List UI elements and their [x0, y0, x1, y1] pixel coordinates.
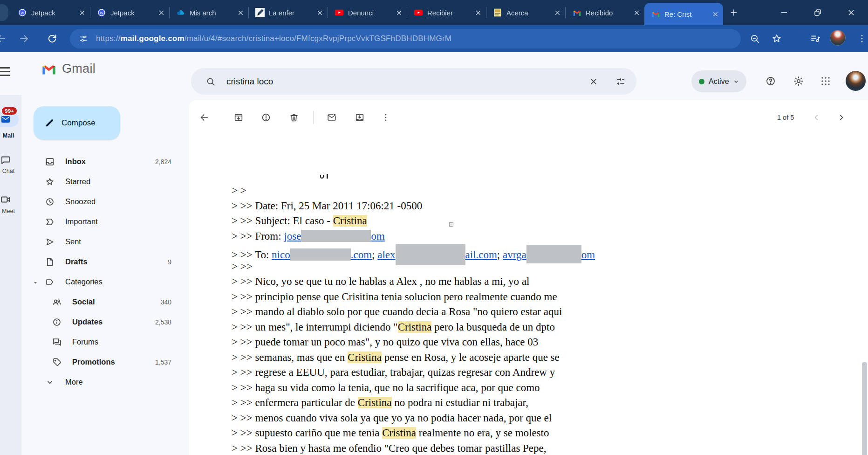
sidebar-item-promotions[interactable]: Promotions1,537 [21, 352, 182, 372]
clear-search-button[interactable] [584, 72, 603, 91]
tab[interactable]: Denunci [328, 0, 407, 25]
videocam-icon[interactable] [0, 194, 11, 207]
bookmark-button[interactable] [771, 33, 781, 44]
search-options-button[interactable] [611, 72, 630, 91]
sidebar-item-count: 1,537 [155, 358, 171, 366]
tab[interactable]: WJetpack [90, 0, 169, 25]
account-avatar[interactable] [846, 71, 866, 91]
move-to-icon [355, 112, 365, 123]
report-spam-button[interactable] [260, 111, 272, 124]
sidebar-item-drafts[interactable]: Drafts9 [21, 252, 182, 272]
email-text: > > [232, 185, 246, 196]
gmail-favicon [572, 8, 581, 17]
tab[interactable]: WJetpack [11, 0, 90, 25]
older-email-button[interactable] [835, 111, 847, 124]
tab-close-icon[interactable] [236, 8, 245, 17]
clock-icon [44, 196, 55, 207]
archive-button[interactable] [232, 111, 245, 124]
tab[interactable]: Recibier [407, 0, 486, 25]
tab-title: Jetpack [31, 9, 78, 17]
more-options-button[interactable] [380, 111, 392, 124]
clipped-text-artifact [232, 174, 418, 180]
rail-item-mail-label[interactable]: Mail [0, 132, 20, 139]
rail-item-chat-label[interactable]: Chat [0, 168, 20, 174]
back-button[interactable] [0, 33, 7, 44]
compose-button[interactable]: Compose [34, 106, 120, 140]
browser-menu-button[interactable] [856, 33, 866, 44]
search-button[interactable] [201, 72, 220, 91]
sidebar-item-important[interactable]: Important [21, 212, 182, 232]
tab[interactable]: Mis arch [170, 0, 248, 25]
help-icon [765, 76, 776, 87]
maximize-button[interactable] [801, 0, 834, 25]
tab-close-icon[interactable] [78, 8, 86, 17]
tab-close-icon[interactable] [711, 10, 719, 18]
minimize-button[interactable] [767, 0, 801, 25]
search-input[interactable]: cristina loco [226, 76, 584, 87]
sidebar-item-forums[interactable]: Forums [21, 332, 182, 352]
expander-icon[interactable] [33, 279, 38, 288]
sidebar-item-updates[interactable]: Updates2,538 [21, 312, 182, 332]
browser-profile-avatar[interactable] [830, 30, 846, 46]
email-text: > >> enfermera particular de [232, 397, 358, 408]
gmail-logo: Gmail [40, 62, 96, 76]
tab[interactable]: Acerca [486, 0, 565, 25]
email-address-link[interactable]: jose [284, 230, 301, 242]
email-address-link[interactable]: nico [272, 249, 290, 261]
new-tab-button[interactable] [728, 7, 740, 19]
move-to-button[interactable] [354, 111, 366, 124]
vertical-scrollbar[interactable] [862, 362, 867, 455]
sidebar-item-categories[interactable]: Categories [21, 272, 182, 292]
email-address-link[interactable]: alex [377, 249, 395, 261]
close-icon [588, 76, 599, 87]
email-address-link[interactable]: om [371, 230, 384, 242]
sidebar-item-label: Starred [65, 177, 90, 186]
tab-close-icon[interactable] [315, 8, 324, 17]
sidebar-item-sent[interactable]: Sent [21, 232, 182, 252]
delete-button[interactable] [288, 111, 300, 124]
search-bar[interactable]: cristina loco [191, 68, 636, 95]
zoom-out-button[interactable] [749, 33, 759, 44]
chat-status-selector[interactable]: Active [691, 70, 746, 92]
sidebar-item-social[interactable]: Social340 [21, 292, 182, 312]
close-window-button[interactable] [834, 0, 868, 25]
reload-button[interactable] [47, 33, 58, 44]
mail-icon[interactable] [0, 114, 11, 127]
tab-close-icon[interactable] [632, 8, 641, 17]
settings-button[interactable] [787, 70, 810, 92]
apps-grid-button[interactable] [814, 70, 837, 92]
media-controls-button[interactable] [810, 33, 821, 44]
support-button[interactable] [759, 70, 782, 92]
tab[interactable]: La enfer [249, 0, 328, 25]
sidebar-item-more[interactable]: More [21, 372, 182, 392]
chat-icon[interactable] [0, 155, 11, 168]
email-address-link[interactable]: om [581, 249, 595, 261]
sidebar-item-label: Forums [72, 338, 98, 346]
email-address-link[interactable]: avrga [503, 249, 526, 261]
tab-close-icon[interactable] [474, 8, 482, 17]
compose-label: Compose [62, 118, 96, 128]
tab-close-icon[interactable] [157, 8, 165, 17]
forward-button[interactable] [19, 33, 30, 44]
youtube-favicon [335, 8, 344, 17]
main-menu-button[interactable] [0, 67, 10, 76]
star-icon [44, 176, 55, 187]
email-address-link[interactable]: .com [351, 249, 372, 261]
redaction-box [396, 244, 465, 265]
sidebar-item-inbox[interactable]: Inbox2,824 [21, 152, 182, 172]
tab-close-icon[interactable] [553, 8, 561, 17]
tab[interactable]: Recibido [566, 0, 644, 25]
back-to-list-button[interactable] [198, 111, 210, 124]
tab-close-icon[interactable] [395, 8, 403, 17]
tab-active[interactable]: Re: Crist [644, 3, 723, 25]
sidebar-item-snoozed[interactable]: Snoozed [21, 192, 182, 212]
mark-unread-button[interactable] [326, 111, 338, 124]
rail-item-meet-label[interactable]: Meet [0, 208, 20, 214]
sidebar-item-label: Categories [65, 277, 103, 286]
sidebar-item-starred[interactable]: Starred [21, 172, 182, 192]
wordpress-favicon: W [97, 8, 106, 17]
email-text: > >> mando al diablo solo por que cuando… [232, 306, 562, 317]
email-address-link[interactable]: ail.com [465, 249, 497, 261]
newer-email-button[interactable] [810, 111, 822, 124]
url-bar[interactable]: https://mail.google.com/mail/u/4/#search… [70, 29, 741, 48]
